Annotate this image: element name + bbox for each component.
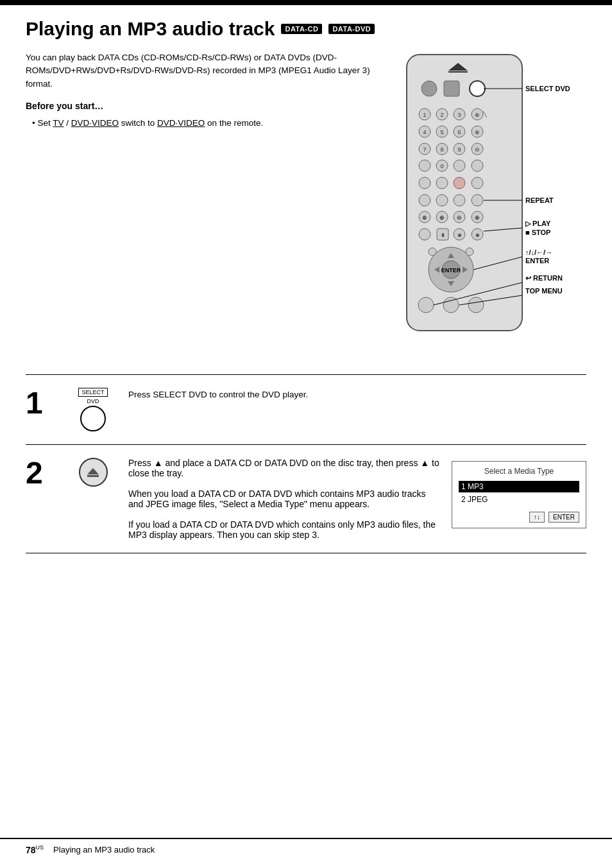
svg-text:7: 7	[423, 146, 426, 153]
page-number: 78US	[26, 844, 44, 855]
media-type-box: Select a Media Type 1 MP3 2 JPEG ↑↓ ENTE…	[452, 461, 586, 528]
svg-text:⊖: ⊖	[475, 146, 480, 153]
svg-point-40	[472, 177, 483, 189]
svg-point-69	[418, 297, 434, 313]
svg-text:⊕: ⊕	[475, 214, 480, 221]
svg-text:9: 9	[457, 146, 461, 153]
svg-point-38	[436, 177, 448, 189]
step-1-text: Press SELECT DVD to control the DVD play…	[128, 388, 586, 402]
svg-point-68	[466, 248, 473, 256]
page: Playing an MP3 audio track DATA-CD DATA-…	[0, 0, 612, 868]
intro-paragraph: You can play back DATA CDs (CD-ROMs/CD-R…	[26, 51, 381, 91]
media-type-item-mp3: 1 MP3	[459, 481, 579, 492]
nav-arrows-btn: ↑↓	[529, 512, 545, 523]
svg-text:2: 2	[440, 112, 443, 118]
svg-text:0: 0	[440, 163, 443, 169]
svg-text:⊕: ⊕	[457, 232, 462, 238]
step-1-number: 1	[26, 388, 58, 419]
page-title: Playing an MP3 audio track DATA-CD DATA-…	[26, 18, 586, 40]
before-start-heading: Before you start…	[26, 100, 381, 113]
svg-text:ENTER: ENTER	[441, 267, 461, 273]
svg-point-71	[468, 297, 484, 313]
svg-point-39	[454, 177, 465, 189]
dvd-label: DVD	[87, 398, 99, 404]
svg-point-36	[472, 160, 483, 171]
svg-text:ENTER: ENTER	[525, 257, 549, 265]
enter-btn: ENTER	[548, 512, 579, 523]
svg-point-41	[419, 195, 430, 206]
step-2-text-2: When you load a DATA CD or DATA DVD whic…	[128, 489, 442, 509]
svg-text:8: 8	[440, 146, 443, 153]
svg-text:⊕: ⊕	[475, 129, 480, 135]
svg-marker-86	[87, 468, 99, 474]
eject-icon	[86, 465, 100, 480]
svg-text:1: 1	[423, 112, 426, 118]
step-2-row: 2 Press ▲ and place a DATA CD or DATA DV…	[26, 445, 586, 553]
svg-point-6	[470, 81, 485, 96]
media-type-footer: ↑↓ ENTER	[459, 512, 579, 523]
svg-point-44	[472, 195, 483, 206]
step-2-icon	[71, 458, 115, 487]
step-2-text-3: If you load a DATA CD or DATA DVD which …	[128, 519, 442, 540]
svg-text:SELECT DVD: SELECT DVD	[525, 85, 570, 92]
svg-rect-87	[87, 475, 99, 477]
svg-text:⏸: ⏸	[440, 232, 445, 238]
step-2-number: 2	[26, 458, 58, 489]
select-dvd-button: SELECT DVD	[78, 388, 107, 431]
svg-point-32	[419, 160, 430, 171]
step-2-text-1: Press ▲ and place a DATA CD or DATA DVD …	[128, 458, 442, 478]
svg-rect-4	[444, 81, 459, 96]
svg-point-3	[421, 81, 437, 96]
step-1-icon: SELECT DVD	[71, 388, 115, 431]
svg-point-70	[443, 297, 459, 313]
svg-text:⊕: ⊕	[439, 214, 445, 221]
svg-text:⊕: ⊕	[475, 112, 480, 118]
title-text: Playing an MP3 audio track	[26, 18, 275, 40]
before-start: Before you start… Set TV / DVD·VIDEO swi…	[26, 100, 381, 130]
dvd-circle-btn	[80, 406, 106, 431]
badge-data-cd: DATA-CD	[281, 24, 322, 34]
media-type-title: Select a Media Type	[459, 467, 579, 476]
select-label: SELECT	[78, 388, 107, 397]
step-1-content: Press SELECT DVD to control the DVD play…	[128, 388, 586, 402]
svg-text:▷ PLAY: ▷ PLAY	[525, 220, 551, 227]
svg-point-67	[429, 248, 436, 256]
eject-button	[79, 458, 108, 487]
svg-point-43	[454, 195, 465, 206]
svg-text:4: 4	[423, 129, 426, 135]
media-type-item-jpeg: 2 JPEG	[459, 494, 579, 505]
svg-text:⊕: ⊕	[422, 214, 427, 221]
content-area: Playing an MP3 audio track DATA-CD DATA-…	[0, 5, 612, 566]
before-start-item-1: Set TV / DVD·VIDEO switch to DVD·VIDEO o…	[32, 117, 381, 130]
footer-title: Playing an MP3 audio track	[53, 845, 155, 855]
step-2-text: Press ▲ and place a DATA CD or DATA DVD …	[128, 458, 442, 540]
svg-text:⊖: ⊖	[457, 214, 462, 221]
before-start-list: Set TV / DVD·VIDEO switch to DVD·VIDEO o…	[26, 117, 381, 130]
step-2-right: Press ▲ and place a DATA CD or DATA DVD …	[128, 458, 586, 540]
top-bar	[0, 0, 612, 5]
remote-diagram: 1 2 3 ⊕ 4 5 6 ⊕	[394, 51, 586, 361]
badge-data-dvd: DATA-DVD	[328, 24, 375, 34]
svg-point-35	[454, 160, 465, 171]
page-number-sup: US	[36, 844, 44, 851]
svg-text:5: 5	[440, 129, 443, 135]
intro-section: You can play back DATA CDs (CD-ROMs/CD-R…	[26, 51, 586, 361]
intro-text-block: You can play back DATA CDs (CD-ROMs/CD-R…	[26, 51, 381, 361]
page-footer: 78US Playing an MP3 audio track	[0, 838, 612, 855]
svg-text:6: 6	[457, 129, 461, 135]
svg-text:TOP MENU: TOP MENU	[525, 287, 563, 295]
svg-point-42	[436, 195, 448, 206]
page-number-value: 78	[26, 845, 36, 855]
svg-text:REPEAT: REPEAT	[525, 196, 554, 204]
svg-text:3: 3	[457, 112, 461, 118]
svg-point-37	[419, 177, 430, 189]
svg-text:↑/↓/←/→: ↑/↓/←/→	[525, 248, 552, 256]
remote-svg: 1 2 3 ⊕ 4 5 6 ⊕	[394, 51, 586, 360]
step-1-row: 1 SELECT DVD Press SELECT DVD to control…	[26, 375, 586, 445]
svg-text:■ STOP: ■ STOP	[525, 229, 550, 236]
svg-text:↩ RETURN: ↩ RETURN	[525, 274, 563, 282]
svg-point-53	[419, 229, 430, 240]
svg-text:⊕: ⊕	[475, 232, 480, 238]
svg-rect-0	[407, 55, 522, 331]
